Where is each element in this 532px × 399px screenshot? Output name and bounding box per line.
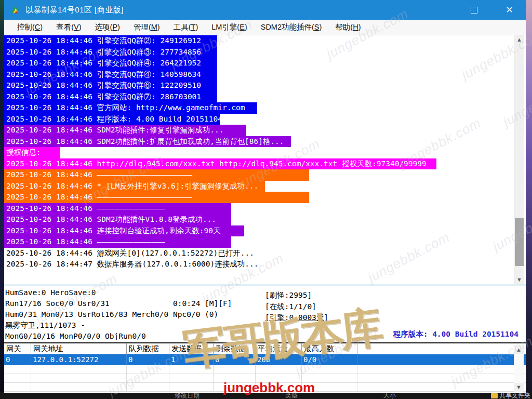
table-cell <box>4 374 31 383</box>
bg-column-size: 大小 <box>383 392 396 399</box>
table-cell <box>127 374 169 383</box>
table-cell <box>127 365 169 374</box>
menu-item-t[interactable]: 工具(T) <box>167 20 205 34</box>
status-stat: [刷怪:2995] <box>265 290 328 301</box>
table-scrollbar[interactable]: ▲ ▼ <box>514 345 524 392</box>
status-panel: HumSave:0 HeroSave:0Run17/16 Soc0/0 Usr0… <box>4 284 526 342</box>
menu-item-c[interactable]: 控制(C) <box>10 20 49 34</box>
status-line: Run17/16 Soc0/0 Usr0/31 0:0:24 [M][F] <box>5 298 232 309</box>
app-window: 以暴制暴14号01区 [商业版] ✕ 控制(C)查看(V)选项(P)管理(M)工… <box>4 0 526 393</box>
table-cell <box>169 383 214 392</box>
log-line: 2025-10-26 18:44:46 * [LM反外挂引擎v3.6]:引擎漏洞… <box>4 181 526 192</box>
table-cell <box>256 374 302 383</box>
table-cell: 127.0.0.1:52272 <box>31 354 127 365</box>
menu-item-p[interactable]: 选项(P) <box>88 20 127 34</box>
table-header[interactable]: 平均流量 <box>256 343 302 354</box>
status-line: Hum0/31 Mon0/13 UsrRot16/83 Merch0/0 Npc… <box>5 309 232 320</box>
table-header[interactable]: 最高人数 <box>302 343 357 354</box>
log-line: 2025-10-26 18:44:46 引擎交流QQ群④: 264221952 <box>4 58 526 69</box>
table-cell <box>214 365 256 374</box>
table-cell <box>302 374 357 383</box>
status-left-block: HumSave:0 HeroSave:0Run17/16 Soc0/0 Usr0… <box>5 287 232 342</box>
log-line: 2025-10-26 18:44:46 官方网站: http://www.gam… <box>4 102 526 114</box>
table-cell <box>302 365 357 374</box>
log-scrollbar[interactable]: ▲ ▼ <box>514 35 524 284</box>
maximize-button[interactable] <box>471 7 477 14</box>
table-scroll-down-icon[interactable]: ▼ <box>514 383 524 392</box>
scroll-up-icon[interactable]: ▲ <box>514 35 524 44</box>
table-cell <box>169 374 214 383</box>
menu-item-m[interactable]: 管理(M) <box>127 20 167 34</box>
log-line: 2025-10-26 18:44:46 http://dlq.945.com/x… <box>4 158 526 170</box>
menu-item-v[interactable]: 查看(V) <box>49 20 88 34</box>
desktop-left-strip <box>0 0 4 399</box>
bg-column-modified: 修改日期 <box>175 392 200 399</box>
table-cell <box>169 365 214 374</box>
table-empty-row <box>4 365 526 374</box>
table-empty-row <box>4 383 526 392</box>
table-cell: 1 <box>169 354 214 365</box>
table-cell <box>4 365 31 374</box>
table-scroll-up-icon[interactable]: ▲ <box>514 345 524 354</box>
status-line: MonG0/10/16 MonP0/0/0 ObjRun0/0 <box>5 331 232 342</box>
shared-folder-label: 共享文件夹 <box>499 392 530 399</box>
bg-column-type: 类型 <box>285 392 298 399</box>
menu-item-h[interactable]: 帮助(H) <box>328 20 367 34</box>
table-header[interactable]: 网关地址 <box>31 343 127 354</box>
table-header[interactable]: 剩余数据 <box>214 343 256 354</box>
log-line: 2025-10-26 18:44:46 连接控制台验证成功,剩余天数:90天 <box>4 225 526 237</box>
table-cell <box>31 383 127 392</box>
table-cell <box>31 365 127 374</box>
log-line: 2025-10-26 18:44:46 ————————————————————… <box>4 169 526 181</box>
status-line: HumSave:0 HeroSave:0 <box>5 287 232 298</box>
shared-folder-item[interactable]: 共享文件夹 <box>491 392 530 399</box>
status-right-block: [刷怪:2995][在线:1/1/0][引擎:0.0003天] <box>265 290 328 324</box>
table-cell <box>4 383 31 392</box>
table-cell <box>214 383 256 392</box>
status-stat: [在线:1/1/0] <box>265 301 328 313</box>
table-header-row: 网关网关地址队列数据发送数据剩余数据平均流量最高人数 <box>4 343 526 354</box>
folder-icon <box>491 393 498 398</box>
table-cell <box>256 365 302 374</box>
log-line: 2025-10-26 18:44:46 引擎交流QQ群②: 249126912 <box>4 35 526 47</box>
table-cell <box>302 383 357 392</box>
table-cell <box>31 374 127 383</box>
log-line: 2025-10-26 18:44:46 ——————————————— <box>4 203 526 215</box>
table-header[interactable]: 网关 <box>4 343 31 354</box>
table-header[interactable]: 队列数据 <box>127 343 169 354</box>
scroll-down-icon[interactable]: ▼ <box>514 275 524 284</box>
table-row[interactable]: 0127.0.0.1:5227201020b0/0 <box>4 354 526 365</box>
table-header[interactable]: 发送数据 <box>169 343 214 354</box>
table-cell: 20b <box>256 354 302 365</box>
table-cell: 0 <box>214 354 256 365</box>
table-cell <box>256 383 302 392</box>
table-cell: 0/0 <box>302 354 357 365</box>
status-stat: [引擎:0.0003天] <box>265 312 328 324</box>
table-cell: 0 <box>4 354 31 365</box>
log-line: 2025-10-26 18:44:46 SDM2功能插件:扩展背包加载成功,当前… <box>4 136 526 148</box>
menu-item-e[interactable]: LM引擎(E) <box>205 20 254 34</box>
app-icon <box>9 4 21 16</box>
background-explorer-strip: 修改日期 类型 大小 共享文件夹 <box>0 392 532 399</box>
log-line: 2025-10-26 18:44:46 ————————————————————… <box>4 192 526 203</box>
log-line: 2025-10-26 18:44:46 引擎交流QQ群⑦: 286703001 <box>4 91 526 103</box>
log-line: 2025-10-26 18:44:46 程序版本: 4.00 Build 201… <box>4 114 526 125</box>
menu-bar: 控制(C)查看(V)选项(P)管理(M)工具(T)LM引擎(E)SDM2功能插件… <box>4 20 526 35</box>
close-button[interactable]: ✕ <box>506 5 513 15</box>
log-scrollbar-thumb[interactable] <box>515 218 524 266</box>
title-bar[interactable]: 以暴制暴14号01区 [商业版] ✕ <box>4 0 526 20</box>
log-line: 2025-10-26 18:44:46 ——————————————— <box>4 236 526 248</box>
gateway-table: 网关网关地址队列数据发送数据剩余数据平均流量最高人数0127.0.0.1:522… <box>4 342 526 391</box>
log-line: 2025-10-26 18:44:46 引擎交流QQ群③: 277734856 <box>4 47 526 58</box>
table-empty-row <box>4 374 526 383</box>
window-title: 以暴制暴14号01区 [商业版] <box>25 5 124 15</box>
log-area: 2025-10-26 18:44:46 引擎交流QQ群②: 2491269122… <box>4 35 526 284</box>
log-line: 2025-10-26 18:44:46 引擎交流QQ群④: 140598634 <box>4 69 526 81</box>
menu-item-s[interactable]: SDM2功能插件(S) <box>254 20 329 34</box>
log-line: 授权信息: <box>4 147 526 158</box>
log-line: 2025-10-26 18:44:46 SDM2功能插件V1.8.8登录成功..… <box>4 214 526 225</box>
table-cell <box>214 374 256 383</box>
program-version: 程序版本: 4.00 Build 20151104 <box>393 329 518 339</box>
table-cell <box>127 383 169 392</box>
table-cell: 0 <box>127 354 169 365</box>
